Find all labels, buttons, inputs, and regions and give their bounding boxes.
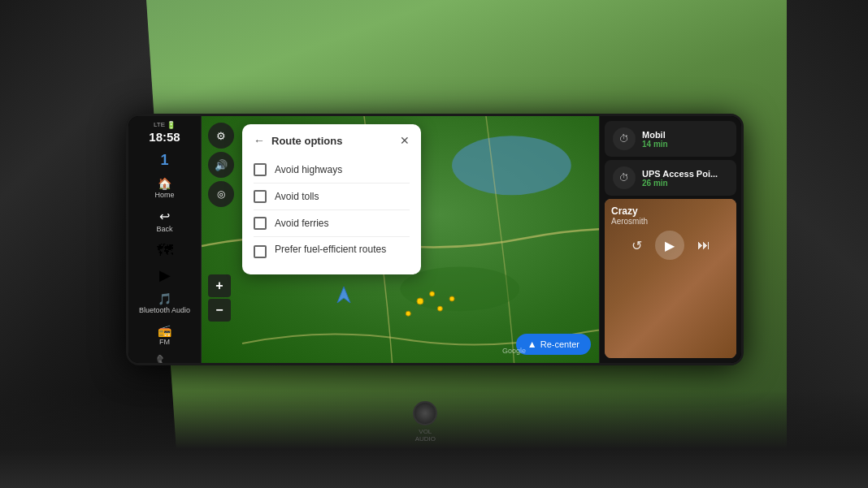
display-unit: LTE 🔋 18:58 1 🏠 Home ↩ Back 🗺 ▶ 🎵 Blueto [126,114,744,365]
ups-card[interactable]: ⏱ UPS Access Poi... 26 min [605,160,736,196]
ups-name: UPS Access Poi... [642,169,728,179]
time-display: 18:58 [149,131,180,143]
route-options-title: ← Route options [254,134,342,147]
route-options-title-text: Route options [271,135,342,147]
recenter-label: Re-center [540,339,579,349]
mobil-time: 14 min [642,140,728,149]
route-options-back[interactable]: ← [254,134,265,147]
compass-button[interactable]: ◎ [208,181,234,207]
avoid-highways-label: Avoid highways [275,164,342,175]
sidebar: LTE 🔋 18:58 1 🏠 Home ↩ Back 🗺 ▶ 🎵 Blueto [128,116,202,363]
skip-button[interactable]: ⏭ [697,238,710,253]
music-artist: Aerosmith [611,217,730,226]
playstore-item[interactable]: ▶ [132,264,198,287]
zoom-in-button[interactable]: + [208,274,231,297]
vol-knob[interactable] [413,401,437,425]
bluetooth-icon: 🎵 [158,292,171,305]
right-panel: ⏱ Mobil 14 min ⏱ UPS Access Poi... 26 mi… [599,116,741,363]
play-button[interactable]: ▶ [655,231,684,260]
ups-info: UPS Access Poi... 26 min [642,169,728,188]
svg-point-5 [430,292,435,296]
recenter-button[interactable]: ▲ Re-center [516,334,591,355]
music-title: Crazy [611,205,730,217]
vol-area: VOLAUDIO [413,401,437,443]
map-area: ⚙ 🔊 ◎ + − ▲ Re-center Google ← Route opt… [202,116,599,363]
bluetooth-label: Bluetooth Audio [139,306,190,314]
route-option-avoid-tolls[interactable]: Avoid tolls [254,184,410,210]
music-info: Crazy Aerosmith [611,205,730,226]
mobil-icon: ⏱ [613,127,636,150]
route-option-avoid-highways[interactable]: Avoid highways [254,157,410,184]
nav-number-icon: 1 [160,152,168,169]
lte-icon: LTE [154,121,165,129]
replay-button[interactable]: ↺ [631,238,642,253]
playstore-icon: ▶ [159,266,171,284]
music-controls: ↺ ▶ ⏭ [611,231,730,260]
phone-item[interactable]: 📞 [132,352,198,365]
sidebar-item-fm[interactable]: 📻 FM [132,320,198,350]
fm-icon: 📻 [158,324,171,337]
prefer-fuel-label: Prefer fuel-efficient routes [275,244,386,255]
mobil-card[interactable]: ⏱ Mobil 14 min [605,121,736,157]
mobil-info: Mobil 14 min [642,130,728,149]
avoid-tolls-label: Avoid tolls [275,191,319,202]
clock-icon: ⏱ [619,133,629,145]
svg-point-6 [406,311,410,316]
prefer-fuel-checkbox[interactable] [254,245,267,258]
back-icon: ↩ [159,209,170,224]
status-bar: LTE 🔋 18:58 [149,121,180,143]
signal-icons: LTE 🔋 [154,121,176,129]
maps-icon: 🗺 [157,241,173,260]
route-options-close[interactable]: ✕ [400,134,410,147]
ups-time: 26 min [642,179,728,188]
map-toolbar: ⚙ 🔊 ◎ [208,123,234,207]
svg-marker-8 [337,287,350,303]
maps-icon-item[interactable]: 🗺 [132,239,198,262]
ups-icon: ⏱ [613,166,636,189]
music-card[interactable]: Crazy Aerosmith ↺ ▶ ⏭ [605,199,736,358]
vol-label: VOLAUDIO [413,428,437,443]
fm-label: FM [159,338,170,346]
volume-button[interactable]: 🔊 [208,152,234,178]
nav-item-1[interactable]: 1 [132,149,198,171]
back-label: Back [156,225,172,233]
svg-point-3 [417,298,423,304]
svg-point-0 [452,136,571,195]
avoid-ferries-checkbox[interactable] [254,217,267,230]
sidebar-item-bluetooth[interactable]: 🎵 Bluetooth Audio [132,288,198,318]
svg-point-2 [401,266,520,311]
avoid-tolls-checkbox[interactable] [254,190,267,203]
svg-point-7 [449,296,454,301]
home-label: Home [154,191,174,199]
battery-icon: 🔋 [167,121,176,129]
zoom-out-button[interactable]: − [208,299,231,322]
svg-point-4 [437,306,442,311]
ups-clock-icon: ⏱ [619,172,629,184]
settings-button[interactable]: ⚙ [208,123,234,149]
home-icon: 🏠 [158,177,171,190]
route-option-prefer-fuel[interactable]: Prefer fuel-efficient routes [254,237,410,265]
google-watermark: Google [502,347,526,355]
zoom-controls: + − [208,274,231,322]
route-options-header: ← Route options ✕ [254,134,410,147]
sidebar-item-home[interactable]: 🏠 Home [132,173,198,203]
avoid-ferries-label: Avoid ferries [275,218,328,229]
phone-icon: 📞 [156,354,174,365]
route-options-panel: ← Route options ✕ Avoid highways Avoid t… [242,124,421,274]
sidebar-item-back[interactable]: ↩ Back [132,205,198,237]
avoid-highways-checkbox[interactable] [254,163,267,176]
recenter-arrow-icon: ▲ [527,339,537,350]
mobil-name: Mobil [642,130,728,140]
route-option-avoid-ferries[interactable]: Avoid ferries [254,210,410,237]
